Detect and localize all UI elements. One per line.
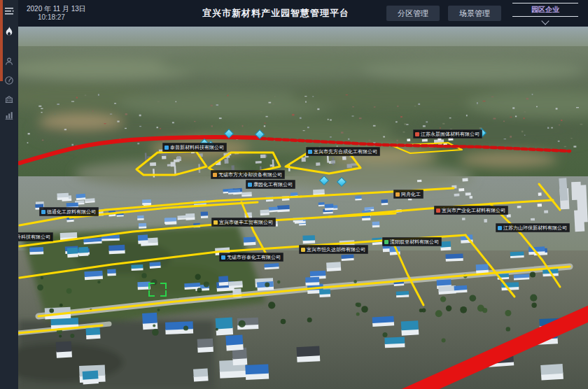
park-enterprises-label: 园区企业: [512, 3, 578, 17]
app-window: 2020 年 11 月 13日 10:18:27 宜兴市新材料产业园智慧管理平台…: [0, 0, 588, 389]
company-label-text: 宜兴市产业化工材料有限公司: [442, 207, 505, 213]
header-actions: 分区管理 场景管理 园区企业: [378, 3, 588, 24]
company-label[interactable]: 溧阳双登材料有限公司: [382, 237, 442, 246]
company-label[interactable]: 宜兴市产业化工材料有限公司: [434, 206, 508, 215]
company-icon: [384, 240, 388, 244]
company-label-text: 泰普新材料科技有限公司: [170, 144, 224, 150]
company-label-text: 宜兴市恒久达部件有限公司: [307, 246, 365, 253]
company-icon: [436, 208, 440, 213]
company-label[interactable]: 宜兴市旭升科技有限公司: [18, 232, 53, 241]
company-label[interactable]: 康园化工有限公司: [246, 180, 295, 189]
factory-icon[interactable]: [0, 91, 18, 108]
datetime-block: 2020 年 11 月 13日 10:18:27: [18, 5, 174, 22]
company-label-text: 江苏永晨固体材料有限公司: [421, 131, 479, 137]
company-label[interactable]: 宜兴市先方合成化工有限公司: [306, 147, 380, 156]
company-label-text: 宜兴市先方合成化工有限公司: [314, 148, 377, 155]
company-label-text: 宜兴市银丰工贸有限公司: [219, 219, 273, 225]
company-icon: [214, 220, 218, 225]
user-icon[interactable]: [0, 53, 18, 70]
date-text: 2020 年 11 月 13日: [27, 5, 174, 13]
company-label-text: 无锡市容泰化工有限公司: [227, 254, 281, 260]
header-bar: 2020 年 11 月 13日 10:18:27 宜兴市新材料产业园智慧管理平台…: [18, 0, 588, 27]
company-icon: [308, 150, 312, 154]
company-label-text: 无锡市方大冷却设备有限公司: [218, 171, 282, 178]
company-icon: [221, 255, 225, 260]
company-label[interactable]: 泰普新材料科技有限公司: [162, 143, 227, 152]
company-label-text: 康园化工有限公司: [253, 181, 293, 188]
company-icon: [415, 132, 419, 136]
company-label[interactable]: 江苏力山环保新材料有限公司: [496, 223, 570, 232]
company-label-text: 同舟化工: [401, 191, 421, 197]
time-text: 10:18:27: [27, 13, 174, 22]
zone-management-button[interactable]: 分区管理: [386, 6, 440, 21]
company-icon: [498, 226, 502, 230]
bar-chart-icon[interactable]: [0, 107, 18, 124]
page-title: 宜兴市新材料产业园智慧管理平台: [174, 7, 378, 20]
menu-icon[interactable]: [0, 3, 18, 20]
company-icon: [396, 192, 400, 197]
selection-box: [148, 283, 167, 297]
company-label-text: 溧阳双登材料有限公司: [390, 239, 439, 245]
company-icon: [301, 248, 305, 252]
company-icon: [248, 183, 252, 187]
chevron-down-icon: [541, 17, 549, 24]
gauge-icon[interactable]: [0, 72, 18, 89]
company-label[interactable]: 宜兴市恒久达部件有限公司: [299, 245, 368, 254]
scene-management-button[interactable]: 场景管理: [448, 6, 501, 21]
sidebar: [0, 0, 18, 389]
company-label[interactable]: 无锡市方大冷却设备有限公司: [211, 170, 285, 179]
company-label[interactable]: 同舟化工: [393, 190, 424, 199]
company-label[interactable]: 宜兴市银丰工贸有限公司: [211, 218, 276, 227]
park-enterprises-dropdown[interactable]: 园区企业: [512, 3, 578, 24]
company-icon: [164, 146, 169, 150]
company-label[interactable]: 无锡市容泰化工有限公司: [219, 253, 284, 262]
company-icon: [41, 210, 46, 214]
company-label-text: 宜兴市旭升科技有限公司: [18, 234, 50, 240]
company-label[interactable]: 江苏永晨固体材料有限公司: [413, 129, 482, 139]
flame-icon[interactable]: [0, 23, 18, 40]
company-icon: [213, 173, 217, 177]
company-label[interactable]: 德通化工原料有限公司: [39, 207, 99, 216]
map-3d-view[interactable]: 泰普新材料科技有限公司宜兴市先方合成化工有限公司无锡市方大冷却设备有限公司康园化…: [18, 27, 588, 389]
company-label-text: 德通化工原料有限公司: [47, 208, 96, 215]
company-label-text: 江苏力山环保新材料有限公司: [503, 225, 567, 231]
